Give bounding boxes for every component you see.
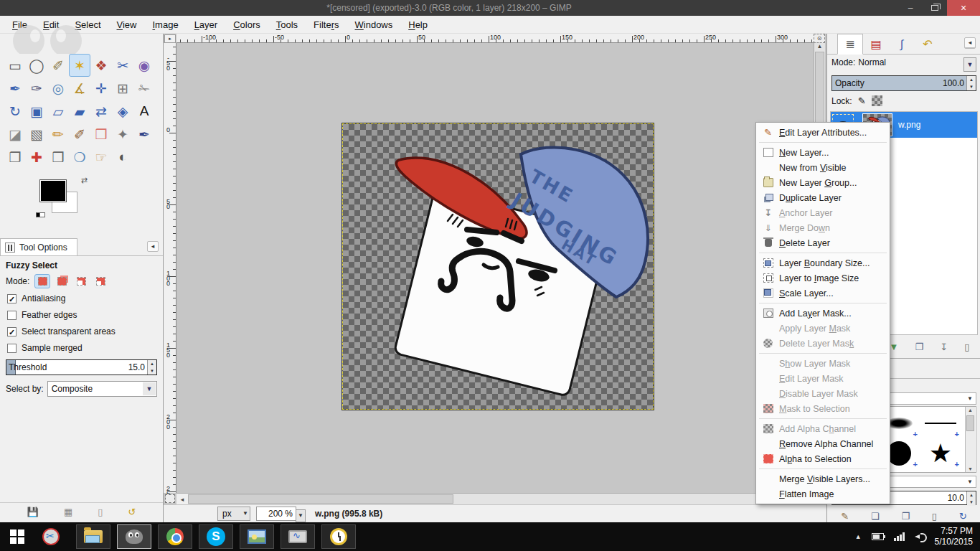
mode-replace-button[interactable] <box>34 274 50 288</box>
taskbar-item-file-explorer[interactable] <box>76 524 110 549</box>
reset-options-button[interactable]: ↺ <box>128 507 136 517</box>
opacity-slider[interactable]: Opacity 100.0 ▲▼ <box>831 75 976 91</box>
anchor-layer-button[interactable]: ↧ <box>940 342 948 352</box>
network-signal-icon[interactable] <box>894 532 905 541</box>
mode-intersect-button[interactable] <box>93 274 108 288</box>
restore-options-button[interactable]: ▦ <box>64 507 72 517</box>
tool-crop[interactable]: ✁ <box>133 77 155 100</box>
volume-icon[interactable] <box>915 532 925 541</box>
mode-add-button[interactable] <box>54 274 70 288</box>
tool-color-picker[interactable]: ✑ <box>26 77 47 100</box>
taskbar-item-stopwatch[interactable] <box>321 524 356 549</box>
tool-zoom[interactable]: ◎ <box>47 77 69 100</box>
context-item-scale-layer[interactable]: Scale Layer... <box>756 286 890 301</box>
tool-ellipse-select[interactable]: ◯ <box>26 54 47 77</box>
delete-options-button[interactable]: ▯ <box>98 507 103 517</box>
horizontal-ruler[interactable]: -100-50050100150200250300 <box>176 34 814 43</box>
vertical-ruler[interactable]: -50050100150200250 <box>164 43 176 493</box>
zoom-follow-window-icon[interactable]: ⊙ <box>814 34 825 43</box>
tool-select-by-color[interactable]: ❖ <box>90 54 112 77</box>
brush-grass[interactable]: ∴∵∴ <box>920 468 961 473</box>
tab-undo-history[interactable]: ↶ <box>915 34 941 55</box>
tool-paintbrush[interactable]: ✐ <box>69 123 90 146</box>
tool-heal[interactable]: ✚ <box>26 146 47 169</box>
context-item-flatten-image[interactable]: Flatten Image <box>756 486 890 501</box>
taskbar-item-gimp[interactable] <box>117 524 151 549</box>
lock-pixels-icon[interactable]: ✎ <box>858 95 866 106</box>
lock-alpha-icon[interactable] <box>872 95 882 106</box>
tool-text[interactable]: A <box>133 100 155 123</box>
context-item-remove-alpha-channel[interactable]: Remove Alpha Channel <box>756 436 890 451</box>
tool-cage-transform[interactable]: ◈ <box>112 100 133 123</box>
tool-paths[interactable]: ✒ <box>4 77 26 100</box>
refresh-brushes-button[interactable]: ↻ <box>959 511 967 522</box>
context-item-edit-layer-attributes[interactable]: ✎Edit Layer Attributes... <box>756 125 890 140</box>
context-item-duplicate-layer[interactable]: Duplicate Layer <box>756 190 890 205</box>
image-viewport[interactable]: THE JUDGING HAT <box>176 43 814 493</box>
lower-layer-button[interactable]: ▼ <box>889 342 898 352</box>
tool-ink[interactable]: ✒ <box>133 123 155 146</box>
delete-layer-button[interactable]: ▯ <box>964 342 969 352</box>
battery-icon[interactable] <box>872 533 884 540</box>
start-button[interactable] <box>0 522 34 551</box>
unit-dropdown[interactable]: px ▼ <box>217 507 250 521</box>
tab-channels[interactable]: ▤ <box>863 34 889 55</box>
image-canvas[interactable]: THE JUDGING HAT <box>342 123 654 410</box>
brush-line[interactable]: + <box>920 408 961 438</box>
tool-dodge-burn[interactable]: ◐ <box>112 146 133 169</box>
minimize-button[interactable]: – <box>898 0 923 16</box>
option-antialiasing[interactable]: ✓Antialiasing <box>7 293 157 303</box>
menubar-item-help[interactable]: Help <box>400 17 435 32</box>
brush-scrollbar[interactable]: ▲▼ <box>965 407 975 472</box>
tool-blur-sharpen[interactable]: ❍ <box>69 146 90 169</box>
tool-smudge[interactable]: ☞ <box>90 146 112 169</box>
default-colors-icon[interactable] <box>36 211 45 219</box>
tool-fuzzy-select[interactable]: ✶ <box>69 54 90 77</box>
quick-mask-toggle[interactable] <box>165 494 175 503</box>
option-sample-merged[interactable]: Sample merged <box>7 343 157 353</box>
save-options-button[interactable]: 💾 <box>27 507 39 517</box>
opacity-spinner[interactable]: ▲▼ <box>966 76 976 90</box>
menubar-item-filters[interactable]: Filters <box>306 17 347 32</box>
tool-perspective-clone[interactable]: ❒ <box>47 146 69 169</box>
context-item-new-layer[interactable]: New Layer... <box>756 145 890 160</box>
menubar-item-colors[interactable]: Colors <box>225 17 268 32</box>
taskbar-item-performance-monitor[interactable] <box>281 524 315 549</box>
tab-layers[interactable]: ≣ <box>837 34 863 55</box>
tool-eraser[interactable]: ❒ <box>90 123 112 146</box>
swap-colors-icon[interactable]: ⇄ <box>81 176 88 185</box>
duplicate-brush-button[interactable]: ❐ <box>901 511 910 522</box>
ruler-corner-menu-button[interactable]: ▸ <box>164 34 176 43</box>
tool-perspective[interactable]: ▰ <box>69 100 90 123</box>
tool-rectangle-select[interactable]: ▭ <box>4 54 26 77</box>
menubar-item-tools[interactable]: Tools <box>268 17 306 32</box>
mode-subtract-button[interactable] <box>73 274 89 288</box>
taskbar-clock[interactable]: 7:57 PM 5/10/2015 <box>935 526 973 547</box>
close-button[interactable]: × <box>947 0 980 16</box>
restore-button[interactable] <box>923 0 947 16</box>
collapse-arrow-icon[interactable]: ◂ <box>964 37 976 48</box>
menubar-item-windows[interactable]: Windows <box>347 17 401 32</box>
option-feather-edges[interactable]: Feather edges <box>7 310 157 320</box>
horizontal-scrollbar[interactable]: ◂ <box>176 493 814 504</box>
delete-brush-button[interactable]: ▯ <box>932 511 937 522</box>
tool-clone[interactable]: ❐ <box>4 146 26 169</box>
tab-tool-options[interactable]: Tool Options <box>0 238 77 255</box>
tool-bucket-fill[interactable]: ◪ <box>4 123 26 146</box>
tool-move[interactable]: ✛ <box>90 77 112 100</box>
new-brush-button[interactable]: ❏ <box>871 511 880 522</box>
tool-shear[interactable]: ▱ <box>47 100 69 123</box>
menubar-item-layer[interactable]: Layer <box>187 17 226 32</box>
taskbar-item-snipping-tool[interactable] <box>34 522 67 551</box>
context-item-new-layer-group[interactable]: New Layer Group... <box>756 175 890 190</box>
context-item-merge-visible-layers[interactable]: Merge Visible Layers... <box>756 471 890 486</box>
context-item-layer-to-image-size[interactable]: Layer to Image Size <box>756 270 890 286</box>
context-item-delete-layer[interactable]: Delete Layer <box>756 235 890 250</box>
tool-measure[interactable]: ∡ <box>69 77 90 100</box>
tool-pencil[interactable]: ✏ <box>47 123 69 146</box>
horizontal-scrollbar-thumb[interactable] <box>188 494 453 504</box>
foreground-color-swatch[interactable] <box>40 180 66 202</box>
tool-scale[interactable]: ▣ <box>26 100 47 123</box>
chevron-down-icon[interactable]: ▼ <box>963 57 976 72</box>
context-item-new-from-visible[interactable]: New from Visible <box>756 160 890 175</box>
